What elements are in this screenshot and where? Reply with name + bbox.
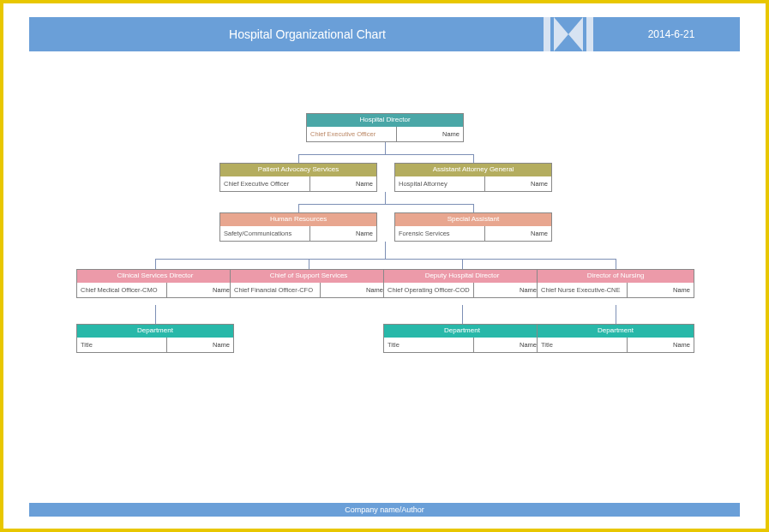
node-name: Name bbox=[485, 226, 551, 241]
node-nursing-director: Director of Nursing Chief Nurse Executiv… bbox=[537, 269, 694, 298]
node-header: Department bbox=[538, 325, 694, 338]
node-human-resources: Human Resources Safety/Communications Na… bbox=[219, 212, 377, 242]
node-patient-advocacy: Patient Advocacy Services Chief Executiv… bbox=[219, 163, 377, 192]
node-name: Name bbox=[167, 338, 233, 352]
node-role: Title bbox=[538, 338, 628, 352]
node-department-b: Department Title Name bbox=[383, 324, 541, 353]
node-name: Name bbox=[321, 283, 387, 297]
header-bar: Hospital Organizational Chart 2014-6-21 bbox=[29, 17, 740, 51]
node-name: Name bbox=[397, 127, 463, 141]
node-name: Name bbox=[628, 338, 694, 352]
node-support-services: Chief of Support Services Chief Financia… bbox=[230, 269, 388, 298]
node-role: Chief Operating Officer-COD bbox=[384, 283, 474, 297]
node-name: Name bbox=[628, 283, 694, 297]
node-role: Title bbox=[384, 338, 474, 352]
node-header: Hospital Director bbox=[307, 114, 463, 127]
node-deputy-director: Deputy Hospital Director Chief Operating… bbox=[383, 269, 541, 298]
node-role: Chief Nurse Executive-CNE bbox=[538, 283, 628, 297]
node-role: Safety/Communications bbox=[220, 226, 310, 241]
node-name: Name bbox=[167, 283, 233, 297]
node-department-c: Department Title Name bbox=[537, 324, 694, 353]
node-role: Chief Executive Officer bbox=[307, 127, 397, 141]
chart-title: Hospital Organizational Chart bbox=[29, 27, 534, 41]
node-name: Name bbox=[485, 176, 551, 191]
node-header: Clinical Services Director bbox=[77, 270, 233, 283]
node-role: Title bbox=[77, 338, 167, 352]
node-role: Chief Medical Officer-CMO bbox=[77, 283, 167, 297]
node-name: Name bbox=[474, 338, 540, 352]
node-clinical-services: Clinical Services Director Chief Medical… bbox=[76, 269, 234, 298]
node-header: Assistant Attorney General bbox=[395, 164, 551, 176]
node-header: Human Resources bbox=[220, 213, 376, 226]
node-role: Forensic Services bbox=[395, 226, 485, 241]
node-role: Chief Executive Officer bbox=[220, 176, 310, 191]
page: Hospital Organizational Chart 2014-6-21 … bbox=[0, 0, 769, 532]
org-chart-canvas: Hospital Director Chief Executive Office… bbox=[29, 51, 740, 471]
node-role: Hospital Attorney bbox=[395, 176, 485, 191]
node-name: Name bbox=[474, 283, 540, 297]
node-header: Special Assistant bbox=[395, 213, 551, 226]
node-header: Deputy Hospital Director bbox=[384, 270, 540, 283]
chart-date: 2014-6-21 bbox=[603, 28, 740, 40]
header-decoration bbox=[534, 17, 603, 51]
node-header: Director of Nursing bbox=[538, 270, 694, 283]
node-header: Department bbox=[384, 325, 540, 338]
node-name: Name bbox=[310, 176, 376, 191]
footer-bar: Company name/Author bbox=[29, 503, 740, 517]
node-role: Chief Financial Officer-CFO bbox=[231, 283, 321, 297]
node-hospital-director: Hospital Director Chief Executive Office… bbox=[306, 113, 464, 142]
node-header: Patient Advocacy Services bbox=[220, 164, 376, 176]
node-header: Department bbox=[77, 325, 233, 338]
node-department-a: Department Title Name bbox=[76, 324, 234, 353]
node-name: Name bbox=[310, 226, 376, 241]
node-header: Chief of Support Services bbox=[231, 270, 387, 283]
node-assistant-attorney: Assistant Attorney General Hospital Atto… bbox=[394, 163, 552, 192]
node-special-assistant: Special Assistant Forensic Services Name bbox=[394, 212, 552, 242]
